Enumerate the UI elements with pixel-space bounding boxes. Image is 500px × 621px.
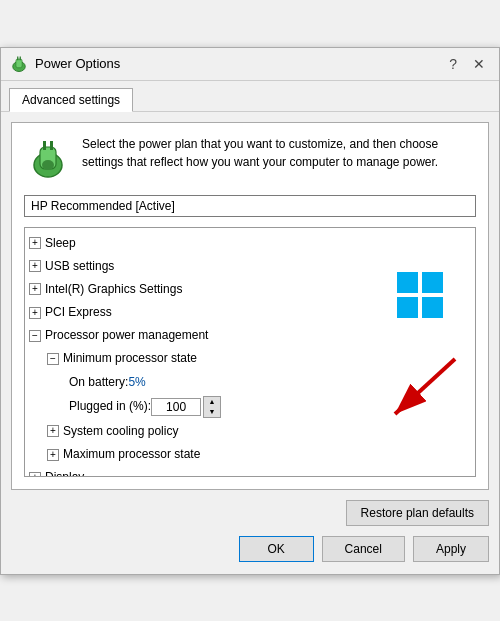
expand-cooling[interactable]: + <box>47 425 59 437</box>
tree-label-max-proc: Maximum processor state <box>63 445 200 464</box>
windows-logo-icon <box>395 270 445 320</box>
expand-display[interactable]: + <box>29 472 41 477</box>
window-title: Power Options <box>35 56 437 71</box>
svg-point-8 <box>42 160 54 170</box>
power-options-window: Power Options ? ✕ Advanced settings Sele… <box>0 47 500 575</box>
tree-label-min-proc: Minimum processor state <box>63 349 197 368</box>
svg-rect-12 <box>422 297 443 318</box>
tree-item-max-proc[interactable]: + Maximum processor state <box>25 443 475 466</box>
spinner-buttons: ▲ ▼ <box>203 396 221 418</box>
plan-dropdown-row: HP Recommended [Active] <box>24 195 476 217</box>
spinner-up[interactable]: ▲ <box>204 397 220 407</box>
advanced-settings-tab[interactable]: Advanced settings <box>9 88 133 112</box>
tab-bar: Advanced settings <box>1 81 499 112</box>
close-button[interactable]: ✕ <box>467 55 491 73</box>
expand-usb[interactable]: + <box>29 260 41 272</box>
svg-rect-10 <box>422 272 443 293</box>
svg-rect-3 <box>20 56 21 60</box>
window-icon <box>9 54 29 74</box>
expand-intel[interactable]: + <box>29 283 41 295</box>
apply-button[interactable]: Apply <box>413 536 489 562</box>
ok-button[interactable]: OK <box>239 536 314 562</box>
tree-item-sleep[interactable]: + Sleep <box>25 232 475 255</box>
svg-line-14 <box>395 359 455 414</box>
tree-label-intel: Intel(R) Graphics Settings <box>45 280 182 299</box>
expand-min-proc[interactable]: − <box>47 353 59 365</box>
tree-label-pci: PCI Express <box>45 303 112 322</box>
tree-label-sleep: Sleep <box>45 234 76 253</box>
plan-dropdown[interactable]: HP Recommended [Active] <box>24 195 476 217</box>
on-battery-value: 5% <box>128 373 145 392</box>
tree-item-display[interactable]: + Display <box>25 466 475 476</box>
tree-label-plugged-in: Plugged in (%): <box>69 397 151 416</box>
expand-processor[interactable]: − <box>29 330 41 342</box>
tree-label-cooling: System cooling policy <box>63 422 178 441</box>
cancel-button[interactable]: Cancel <box>322 536 405 562</box>
tree-item-intel[interactable]: + Intel(R) Graphics Settings <box>25 278 475 301</box>
svg-rect-1 <box>16 59 22 68</box>
expand-pci[interactable]: + <box>29 307 41 319</box>
expand-sleep[interactable]: + <box>29 237 41 249</box>
tree-label-display: Display <box>45 468 84 476</box>
svg-rect-7 <box>50 141 53 150</box>
restore-defaults-button[interactable]: Restore plan defaults <box>346 500 489 526</box>
intro-section: Select the power plan that you want to c… <box>24 135 476 183</box>
title-bar: Power Options ? ✕ <box>1 48 499 81</box>
red-arrow-icon <box>365 354 465 434</box>
main-content: Select the power plan that you want to c… <box>11 122 489 490</box>
svg-rect-6 <box>43 141 46 150</box>
intro-text: Select the power plan that you want to c… <box>82 135 476 171</box>
spinner-down[interactable]: ▼ <box>204 407 220 417</box>
button-row: OK Cancel Apply <box>1 526 499 574</box>
restore-section: Restore plan defaults <box>11 500 489 526</box>
svg-rect-9 <box>397 272 418 293</box>
tree-item-processor[interactable]: − Processor power management <box>25 324 475 347</box>
expand-max-proc[interactable]: + <box>47 449 59 461</box>
tree-label-on-battery: On battery: <box>69 373 128 392</box>
title-bar-controls: ? ✕ <box>443 55 491 73</box>
svg-rect-11 <box>397 297 418 318</box>
tree-label-processor: Processor power management <box>45 326 208 345</box>
spinner-container: ▲ ▼ <box>151 396 221 418</box>
settings-tree[interactable]: + Sleep + USB settings + Intel(R) Graphi… <box>24 227 476 477</box>
help-button[interactable]: ? <box>443 55 463 73</box>
power-icon <box>24 135 72 183</box>
plugged-in-input[interactable] <box>151 398 201 416</box>
svg-rect-2 <box>17 56 18 60</box>
tree-item-plugged-in: Plugged in (%): ▲ ▼ <box>25 394 475 420</box>
tree-label-usb: USB settings <box>45 257 114 276</box>
